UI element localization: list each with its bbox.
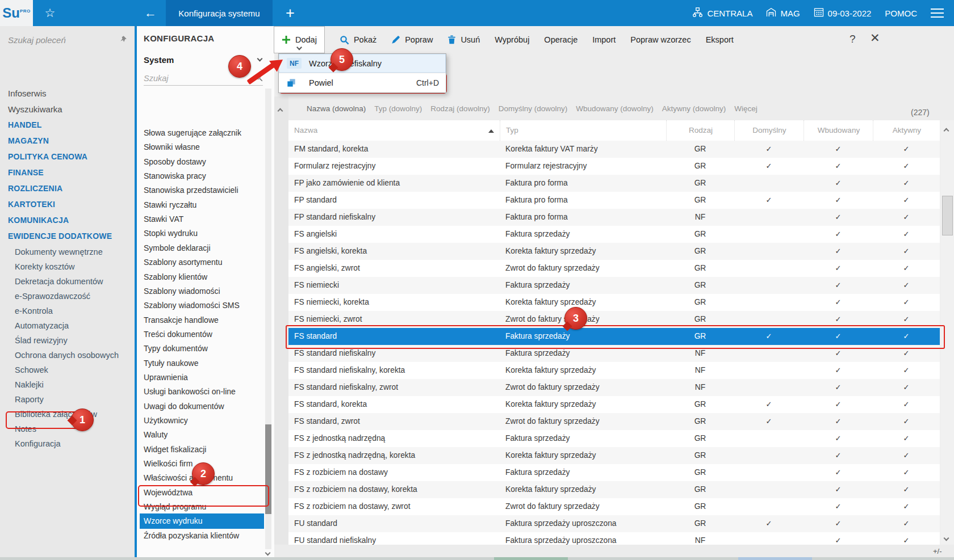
table-row[interactable]: FP standard niefiskalnyFaktura pro forma…: [288, 209, 940, 226]
toolbar-button-operacje[interactable]: Operacje: [544, 35, 578, 44]
config-item-u-ytkownicy[interactable]: Użytkownicy: [144, 416, 188, 425]
table-row[interactable]: FS z jednostką nadrzędną, korektaKorekta…: [288, 447, 940, 464]
config-item-stawki-rycza-tu[interactable]: Stawki ryczałtu: [144, 200, 196, 209]
scroll-up-icon[interactable]: [944, 125, 948, 135]
filter-typ-dowolny-[interactable]: Typ (dowolny): [374, 104, 422, 113]
column-header-wbudowany[interactable]: Wbudowany: [804, 120, 873, 141]
table-row[interactable]: FS niemieckiFaktura sprzedażyGR✓✓: [288, 277, 940, 294]
column-header-nazwa[interactable]: Nazwa: [288, 120, 505, 141]
sidebar-item-handel[interactable]: HANDEL: [8, 120, 42, 129]
config-item-w-a-ciwo-ci-asortymentu[interactable]: Właściwości asortymentu: [144, 473, 233, 482]
sidebar-item-automatyzacja[interactable]: Automatyzacja: [15, 321, 69, 330]
pin-icon[interactable]: [119, 35, 127, 45]
table-row[interactable]: FS niemiecki, korektaKorekta faktury spr…: [288, 294, 940, 311]
config-item-stanowiska-pracy[interactable]: Stanowiska pracy: [144, 171, 206, 180]
sidebar-item-infoserwis[interactable]: Infoserwis: [8, 89, 47, 98]
config-item-tre-ci-dokument-w[interactable]: Treści dokumentów: [144, 330, 212, 339]
table-row[interactable]: FM standard, korektaKorekta faktury VAT …: [288, 141, 940, 158]
column-header-aktywny[interactable]: Aktywny: [873, 120, 940, 141]
menu-item-powiel[interactable]: Powiel Ctrl+D: [279, 73, 446, 92]
table-row[interactable]: FS z jednostką nadrzędnąFaktura sprzedaż…: [288, 430, 940, 447]
topbar-item-09-03-2022[interactable]: 09-03-2022: [814, 7, 872, 19]
toolbar-button-import[interactable]: Import: [592, 35, 616, 44]
config-item-s-owniki-w-asne[interactable]: Słowniki własne: [144, 142, 200, 151]
config-item-typy-dokument-w[interactable]: Typy dokumentów: [144, 344, 208, 353]
table-row-selected[interactable]: FS standardFaktura sprzedażyGR✓✓✓: [288, 328, 940, 345]
config-item-wygl-d-programu[interactable]: Wygląd programu: [144, 502, 206, 511]
table-scrollbar-thumb[interactable]: [942, 196, 953, 235]
sidebar-item-polityka-cenowa[interactable]: POLITYKA CENOWA: [8, 152, 87, 161]
sidebar-item-dekretacja-dokument-w[interactable]: Dekretacja dokumentów: [15, 277, 103, 286]
sidebar-item-rozliczenia[interactable]: ROZLICZENIA: [8, 184, 62, 193]
config-item-stawki-vat[interactable]: Stawki VAT: [144, 214, 183, 224]
menu-item-wzorzec-niefiskalny[interactable]: NF Wzorzec niefiskalny: [279, 54, 446, 73]
topbar-item-centrala[interactable]: CENTRALA: [692, 7, 752, 19]
filter-domy-lny-dowolny-[interactable]: Domyślny (dowolny): [499, 104, 568, 113]
config-item-widget-fiskalizacji[interactable]: Widget fiskalizacji: [144, 445, 206, 454]
table-row[interactable]: FP jako zamówienie od klientaFaktura pro…: [288, 175, 940, 192]
panel-scrollbar-thumb[interactable]: [265, 424, 271, 514]
table-row[interactable]: FS standard niefiskalnyFaktura sprzedaży…: [288, 345, 940, 362]
config-item-wojew-dztwa[interactable]: Województwa: [144, 488, 193, 497]
toolbar-button-popraw-wzorzec[interactable]: Popraw wzorzec: [630, 35, 691, 44]
config-item-stopki-wydruku[interactable]: Stopki wydruku: [144, 229, 198, 238]
sidebar-item-naklejki[interactable]: Naklejki: [15, 380, 44, 389]
config-item-us-ugi-bankowo-ci-on-line[interactable]: Usługi bankowości on-line: [144, 387, 236, 396]
collapse-filters-icon[interactable]: [278, 105, 282, 115]
close-icon[interactable]: ✕: [870, 31, 880, 45]
toolbar-button-usu-[interactable]: Usuń: [447, 35, 480, 44]
sidebar-item-finanse[interactable]: FINANSE: [8, 168, 44, 177]
table-row[interactable]: FU standardFaktura sprzedaży uproszczona…: [288, 515, 940, 532]
zoom-resize-hint[interactable]: +/-: [933, 547, 942, 555]
scroll-down-icon[interactable]: [944, 532, 948, 542]
sidebar-item-konfiguracja[interactable]: Konfiguracja: [15, 439, 61, 448]
sidebar-item-e-sprawozdawczo-[interactable]: e-Sprawozdawczość: [15, 292, 90, 301]
config-item-tytu-y-naukowe[interactable]: Tytuły naukowe: [144, 359, 199, 368]
table-row[interactable]: FS standard, korektaKorekta faktury sprz…: [288, 396, 940, 413]
config-item-sposoby-dostawy[interactable]: Sposoby dostawy: [144, 157, 206, 166]
table-row[interactable]: FS z rozbiciem na dostawy, korektaKorekt…: [288, 481, 940, 498]
toolbar-button-poka-[interactable]: Pokaż: [340, 35, 376, 45]
table-row[interactable]: FS standard niefiskalny, zwrotZwrot do f…: [288, 379, 940, 396]
back-arrow-icon[interactable]: ←: [135, 0, 166, 26]
sidebar-item-notes[interactable]: Notes: [15, 424, 36, 433]
column-header-typ[interactable]: Typ: [500, 120, 672, 141]
config-item-wzorce-wydruku[interactable]: Wzorce wydruku: [140, 513, 264, 529]
table-row[interactable]: FS angielski, korektaKorekta faktury spr…: [288, 243, 940, 260]
filter-aktywny-dowolny-[interactable]: Aktywny (dowolny): [662, 104, 726, 113]
help-button[interactable]: ?: [850, 33, 856, 45]
toolbar-button-eksport[interactable]: Eksport: [706, 35, 734, 44]
config-item-wielko-ci-firm[interactable]: Wielkości firm: [144, 459, 193, 468]
table-row[interactable]: FP standardFaktura pro formaGR✓✓✓: [288, 192, 940, 209]
tab-konfiguracja-systemu[interactable]: Konfiguracja systemu: [166, 0, 273, 26]
sidebar-item-magazyn[interactable]: MAGAZYN: [8, 136, 49, 145]
filter-wi-cej[interactable]: Więcej: [734, 104, 758, 113]
sidebar-item-e-kontrola[interactable]: e-Kontrola: [15, 306, 53, 315]
column-header-rodzaj[interactable]: Rodzaj: [666, 120, 735, 141]
config-item-waluty[interactable]: Waluty: [144, 430, 168, 439]
config-item-szablony-klient-w[interactable]: Szablony klientów: [144, 272, 207, 281]
config-item-szablony-asortymentu[interactable]: Szablony asortymentu: [144, 258, 223, 267]
table-row[interactable]: Formularz rejestracyjnyFormularz rejestr…: [288, 158, 940, 175]
sidebar-item-komunikacja[interactable]: KOMUNIKACJA: [8, 216, 69, 225]
table-row[interactable]: FS standard, zwrotZwrot do faktury sprze…: [288, 413, 940, 430]
new-tab-button[interactable]: +: [276, 0, 304, 26]
sidebar-item--lad-rewizyjny[interactable]: Ślad rewizyjny: [15, 336, 68, 345]
topbar-item-pomoc[interactable]: POMOC: [885, 9, 917, 18]
table-row[interactable]: FS angielskiFaktura sprzedażyGR✓✓: [288, 226, 940, 243]
topbar-item-mag[interactable]: MAG: [766, 7, 800, 19]
config-item-transakcje-handlowe[interactable]: Transakcje handlowe: [144, 315, 219, 325]
sidebar-item-schowek[interactable]: Schowek: [15, 365, 48, 374]
config-item-uprawnienia[interactable]: Uprawnienia: [144, 373, 188, 382]
table-row[interactable]: FS standard niefiskalny, korektaKorekta …: [288, 362, 940, 379]
table-row[interactable]: FS angielski, zwrotZwrot do faktury sprz…: [288, 260, 940, 277]
filter-nazwa-dowolna-[interactable]: Nazwa (dowolna): [307, 104, 366, 113]
table-scrollbar-track[interactable]: [940, 120, 954, 545]
favorites-star-icon[interactable]: ☆: [35, 0, 65, 26]
toolbar-button-dodaj[interactable]: Dodaj: [274, 26, 325, 53]
table-row[interactable]: FS z rozbiciem na dostawyFaktura sprzeda…: [288, 464, 940, 481]
filter-wbudowany-dowolny-[interactable]: Wbudowany (dowolny): [576, 104, 654, 113]
table-row[interactable]: FU standard niefiskalnyFaktura sprzedaży…: [288, 532, 940, 545]
panel-scroll-down-icon[interactable]: [266, 547, 270, 557]
filter-rodzaj-dowolny-[interactable]: Rodzaj (dowolny): [430, 104, 489, 113]
